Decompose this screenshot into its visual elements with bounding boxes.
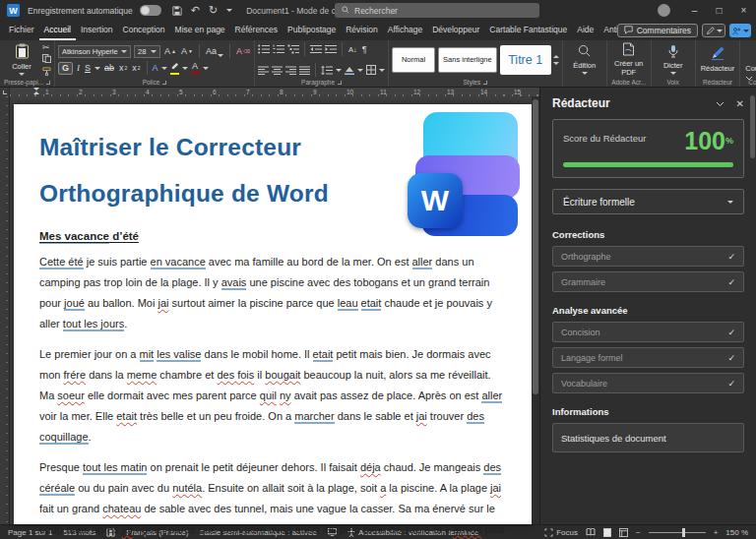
spelling-marked-text[interactable]: bougait [265, 369, 300, 381]
editor-item-grammaire[interactable]: Grammaire✓ [552, 271, 744, 292]
tab-developpeur[interactable]: Développeur [427, 21, 484, 40]
pane-chevron-down-icon[interactable] [716, 98, 724, 109]
paste-button[interactable]: Coller [3, 42, 40, 78]
grammar-marked-text[interactable]: etait [313, 348, 334, 362]
tab-stop-selector[interactable] [0, 88, 10, 96]
editor-item-statistiques-de-document[interactable]: Statistiques de document [552, 423, 744, 452]
tab-conception[interactable]: Conception [118, 21, 170, 40]
tab-aide[interactable]: Aide [572, 21, 598, 40]
document-page[interactable]: Maîtriser le Correcteur Orthographique d… [14, 104, 532, 524]
align-right-icon[interactable] [285, 61, 296, 79]
spelling-marked-text[interactable]: soeur [57, 389, 85, 401]
paragraph-dialog-launcher[interactable] [338, 81, 342, 85]
print-layout-button[interactable] [603, 528, 611, 537]
font-color-button[interactable]: A [191, 62, 200, 74]
grammar-marked-text[interactable]: marcher [294, 410, 334, 424]
align-left-icon[interactable] [258, 61, 269, 79]
decrease-indent-icon[interactable] [310, 40, 322, 58]
tab-revision[interactable]: Révision [341, 21, 383, 40]
qat-overflow-icon[interactable] [226, 9, 232, 12]
zoom-level[interactable]: 150 % [725, 528, 748, 537]
autosave-toggle[interactable] [140, 5, 161, 16]
grammar-marked-text[interactable]: leau [338, 297, 358, 311]
bullet-list-icon[interactable] [258, 40, 270, 58]
read-mode-button[interactable] [586, 528, 596, 536]
spelling-marked-text[interactable]: meme [127, 369, 158, 381]
grammar-marked-text[interactable]: les valise [157, 348, 201, 362]
grammar-marked-text[interactable]: avais [221, 276, 247, 290]
grammar-marked-text[interactable]: joué [64, 297, 85, 311]
editor-item-concision[interactable]: Concision✓ [552, 322, 744, 342]
document-scrollbar[interactable] [532, 96, 539, 524]
style-sans-interligne[interactable]: Sans interligne [438, 47, 497, 73]
align-center-icon[interactable] [272, 61, 283, 79]
spelling-marked-text[interactable]: des fois [217, 369, 254, 381]
redo-icon[interactable]: ↻ [209, 4, 218, 17]
shrink-font-button[interactable]: A▼ [180, 46, 194, 57]
spelling-marked-text[interactable]: arivait [453, 523, 481, 535]
spelling-marked-text[interactable]: jai [416, 410, 427, 422]
zoom-slider[interactable] [649, 532, 706, 533]
grammar-marked-text[interactable]: Mes vacance [39, 230, 109, 244]
editor-item-orthographe[interactable]: Orthographe✓ [552, 246, 744, 267]
grammar-marked-text[interactable]: tout les matin [83, 461, 147, 475]
font-size-select[interactable]: 28 [134, 45, 160, 58]
edition-button[interactable]: Édition [566, 43, 603, 76]
dictate-button[interactable]: Dicter [655, 43, 692, 77]
grammar-marked-text[interactable]: mit [140, 348, 155, 362]
grammar-marked-text[interactable]: tout les jours [63, 318, 124, 331]
tab-cartable-fantastique[interactable]: Cartable Fantastique [484, 21, 572, 40]
spelling-marked-text[interactable]: quil [260, 389, 277, 401]
style-normal[interactable]: Normal [392, 47, 435, 73]
bold-button[interactable]: G [58, 62, 73, 75]
line-spacing-icon[interactable] [321, 61, 333, 79]
spelling-marked-text[interactable]: chateau [102, 503, 141, 514]
zoom-in-button[interactable]: + [714, 528, 719, 537]
spelling-marked-text[interactable]: nutéla [172, 482, 202, 494]
tab-fichier[interactable]: Fichier [4, 21, 39, 40]
numbered-list-icon[interactable] [273, 40, 284, 58]
comments-button[interactable]: Commentaires [617, 24, 698, 37]
focus-mode-button[interactable]: Focus [544, 528, 578, 537]
editor-item-vocabulaire[interactable]: Vocabulaire✓ [552, 373, 744, 393]
tab-accueil[interactable]: Accueil [39, 21, 76, 40]
pilcrow-button[interactable]: ¶ [361, 44, 368, 55]
font-name-select[interactable]: Atkinson Hyperle [58, 45, 131, 58]
italic-button[interactable]: I [76, 63, 81, 74]
scrollbar-thumb[interactable] [533, 99, 538, 394]
shading-icon[interactable] [345, 61, 354, 79]
create-pdf-button[interactable]: Créer un PDF [610, 41, 648, 78]
subscript-button[interactable]: x2 [118, 63, 128, 74]
editor-button[interactable]: Rédacteur [699, 45, 737, 74]
tab-insertion[interactable]: Insertion [76, 21, 118, 40]
search-input[interactable]: Rechercher [335, 3, 539, 18]
tab-references[interactable]: Références [230, 21, 283, 40]
spelling-marked-text[interactable]: jai [490, 482, 501, 494]
grammar-marked-text[interactable]: Cette été [39, 256, 84, 270]
font-dialog-launcher[interactable] [162, 81, 166, 85]
web-layout-button[interactable] [619, 528, 628, 537]
sort-button[interactable]: A↓ [347, 44, 358, 55]
spelling-marked-text[interactable]: etait [116, 410, 137, 422]
spelling-marked-text[interactable]: frére [63, 369, 86, 381]
spelling-marked-text[interactable]: déja [360, 461, 381, 473]
styles-dialog-launcher[interactable] [483, 81, 487, 85]
cut-icon[interactable]: ✂ [42, 42, 51, 52]
zoom-out-button[interactable]: − [636, 528, 641, 537]
undo-icon[interactable]: ↶ [191, 4, 200, 17]
spelling-marked-text[interactable]: ny [280, 389, 291, 401]
grammar-marked-text[interactable]: aller [481, 389, 502, 403]
text-effects-button[interactable]: A [153, 64, 158, 73]
spelling-marked-text[interactable]: jai [122, 523, 133, 535]
underline-button[interactable]: S [84, 63, 92, 74]
change-case-button[interactable]: Aa [205, 46, 224, 57]
superscript-button[interactable]: x2 [131, 63, 141, 74]
style-titre-1[interactable]: Titre 1 [500, 45, 551, 75]
editing-mode-button[interactable] [702, 24, 725, 37]
word-logo-icon[interactable]: W [7, 4, 20, 17]
pane-scrollbar-thumb[interactable] [750, 95, 755, 158]
highlight-color-button[interactable] [170, 62, 179, 75]
close-button[interactable]: × [731, 0, 756, 21]
multilevel-list-icon[interactable] [287, 40, 299, 58]
grammar-marked-text[interactable]: etait [361, 297, 382, 311]
